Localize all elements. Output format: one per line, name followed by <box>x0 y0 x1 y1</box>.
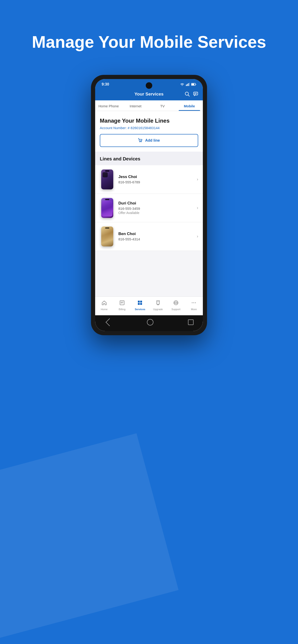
nav-billing[interactable]: Billing <box>113 299 131 312</box>
add-line-button[interactable]: Add line <box>100 134 198 147</box>
recents-button-indicator <box>188 320 194 325</box>
account-number: Account Number: # 826016158483144 <box>100 126 198 130</box>
app-header: Your Services <box>95 88 203 100</box>
svg-point-27 <box>158 302 159 302</box>
phone-outer: 9:30 <box>91 75 207 335</box>
tab-tv[interactable]: TV <box>149 100 176 111</box>
back-button-indicator <box>106 318 114 326</box>
svg-rect-0 <box>186 84 187 86</box>
svg-point-36 <box>195 302 196 303</box>
device-image-jess <box>100 169 115 190</box>
device-item-ben[interactable]: Ben Choi 816-555-4314 › <box>95 222 203 251</box>
upgrade-nav-label: Upgrade <box>153 308 163 311</box>
svg-rect-3 <box>189 83 190 86</box>
phone-inner: 9:30 <box>95 79 203 331</box>
svg-point-26 <box>158 302 158 302</box>
svg-rect-2 <box>188 83 189 86</box>
bottom-nav: Home Billing <box>95 296 203 315</box>
device-phone-duri: 816-555-3459 <box>118 206 194 210</box>
svg-point-34 <box>192 302 193 303</box>
device-list: Jess Choi 816-555-6789 › Du <box>95 165 203 251</box>
svg-rect-22 <box>140 303 142 305</box>
nav-support[interactable]: Support <box>167 299 185 312</box>
nav-home[interactable]: Home <box>95 299 113 312</box>
support-nav-label: Support <box>171 308 181 311</box>
svg-line-8 <box>188 95 190 96</box>
main-content: Manage Your Mobile Lines Account Number:… <box>95 111 203 296</box>
phone-thumbnail-ben <box>101 226 113 246</box>
home-nav-icon <box>101 300 107 307</box>
search-icon <box>185 92 190 97</box>
services-nav-label: Services <box>135 308 145 311</box>
device-name-jess: Jess Choi <box>118 174 194 179</box>
svg-point-12 <box>139 142 140 142</box>
device-offer-duri: Offer Available <box>118 211 194 215</box>
billing-nav-label: Billing <box>119 308 125 311</box>
svg-rect-6 <box>196 84 196 85</box>
device-image-ben <box>100 226 115 247</box>
status-time: 9:30 <box>102 82 109 86</box>
phone-thumbnail-duri <box>101 198 113 218</box>
cart-icon <box>138 138 143 143</box>
device-name-duri: Duri Choi <box>118 201 194 206</box>
chat-button[interactable] <box>193 92 198 97</box>
chat-icon <box>193 92 198 97</box>
add-line-label: Add line <box>145 138 160 142</box>
svg-point-28 <box>174 301 178 305</box>
camera-notch <box>146 82 152 89</box>
tab-home-phone[interactable]: Home Phone <box>95 100 122 111</box>
lines-devices-header: Lines and Devices <box>95 152 203 165</box>
app-header-title: Your Services <box>134 92 163 97</box>
svg-point-29 <box>175 302 177 304</box>
svg-rect-9 <box>194 92 198 95</box>
device-phone-ben: 816-555-4314 <box>118 237 194 241</box>
camera-module-jess <box>103 172 108 177</box>
upgrade-nav-icon <box>155 300 161 307</box>
svg-rect-16 <box>120 301 124 305</box>
section-header: Manage Your Mobile Lines Account Number:… <box>95 111 203 152</box>
device-item-jess[interactable]: Jess Choi 816-555-6789 › <box>95 165 203 194</box>
more-nav-label: More <box>191 308 197 311</box>
chevron-icon-jess: › <box>197 177 198 182</box>
phone-mockup: 9:30 <box>91 75 207 335</box>
svg-rect-21 <box>138 303 140 305</box>
hero-title: Manage Your Mobile Services <box>13 0 285 70</box>
tab-mobile[interactable]: Mobile <box>176 100 203 111</box>
lines-devices-title: Lines and Devices <box>100 156 198 162</box>
device-info-jess: Jess Choi 816-555-6789 <box>118 174 194 184</box>
home-button-indicator <box>147 319 153 326</box>
nav-services[interactable]: Services <box>131 299 149 312</box>
section-title: Manage Your Mobile Lines <box>100 118 198 124</box>
home-nav-label: Home <box>101 308 107 311</box>
svg-rect-19 <box>138 301 140 302</box>
svg-point-25 <box>157 302 157 302</box>
nav-upgrade[interactable]: Upgrade <box>149 299 167 312</box>
svg-rect-1 <box>187 84 188 86</box>
search-button[interactable] <box>185 92 190 97</box>
wifi-icon <box>180 83 184 86</box>
status-icons <box>180 83 196 86</box>
billing-nav-icon <box>119 300 125 307</box>
tab-bar: Home Phone Internet TV Mobile <box>95 100 203 111</box>
chevron-icon-duri: › <box>197 206 198 210</box>
device-info-duri: Duri Choi 816-555-3459 Offer Available <box>118 201 194 215</box>
support-nav-icon <box>173 300 179 307</box>
services-nav-icon <box>137 300 143 307</box>
battery-icon <box>191 83 196 86</box>
device-phone-jess: 816-555-6789 <box>118 180 194 184</box>
svg-rect-20 <box>140 301 142 302</box>
nav-more[interactable]: More <box>185 299 203 312</box>
svg-point-35 <box>193 302 194 303</box>
device-name-ben: Ben Choi <box>118 232 194 236</box>
screen-duri <box>102 201 112 216</box>
device-info-ben: Ben Choi 816-555-4314 <box>118 232 194 241</box>
tab-internet[interactable]: Internet <box>122 100 149 111</box>
phone-thumbnail-jess <box>101 170 113 190</box>
chevron-icon-ben: › <box>197 234 198 239</box>
device-item-duri[interactable]: Duri Choi 816-555-3459 Offer Available › <box>95 194 203 222</box>
header-icons <box>185 92 198 97</box>
phone-system-nav <box>95 315 203 331</box>
more-nav-icon <box>191 300 197 307</box>
device-image-duri <box>100 198 115 218</box>
svg-rect-5 <box>191 84 194 85</box>
